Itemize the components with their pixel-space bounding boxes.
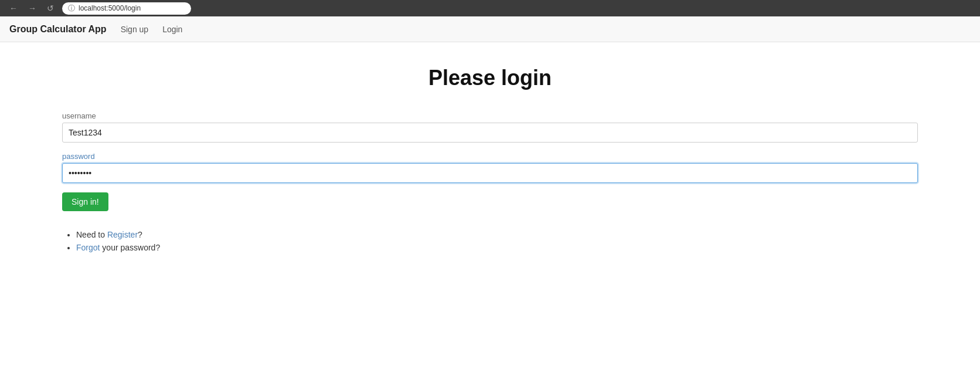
login-form: username password Sign in! Need to Regis… (62, 111, 918, 252)
forgot-link[interactable]: Forgot (76, 243, 100, 252)
back-button[interactable]: ← (7, 2, 20, 14)
username-input[interactable] (62, 123, 918, 143)
signup-link[interactable]: Sign up (121, 25, 148, 34)
reload-button[interactable]: ↺ (45, 2, 56, 14)
login-link[interactable]: Login (162, 25, 182, 34)
password-label: password (62, 152, 918, 161)
forgot-suffix: your password? (100, 243, 160, 252)
password-input[interactable] (62, 163, 918, 183)
brand-name: Group Calculator App (9, 24, 107, 35)
main-content: Please login username password Sign in! … (0, 42, 980, 265)
navbar: Group Calculator App Sign up Login (0, 16, 980, 42)
info-icon: ⓘ (68, 4, 75, 13)
register-link[interactable]: Register (107, 230, 138, 239)
url-text: localhost:5000/login (79, 4, 141, 12)
register-item: Need to Register? (76, 230, 918, 239)
register-prefix: Need to (76, 230, 107, 239)
register-suffix: ? (138, 230, 142, 239)
helper-links: Need to Register? Forgot your password? (62, 230, 918, 252)
forward-button[interactable]: → (26, 2, 39, 14)
page-title: Please login (9, 66, 971, 90)
signin-button[interactable]: Sign in! (62, 192, 108, 211)
forgot-item: Forgot your password? (76, 243, 918, 252)
browser-chrome: ← → ↺ ⓘ localhost:5000/login (0, 0, 980, 16)
address-bar[interactable]: ⓘ localhost:5000/login (62, 2, 191, 15)
username-label: username (62, 111, 918, 120)
